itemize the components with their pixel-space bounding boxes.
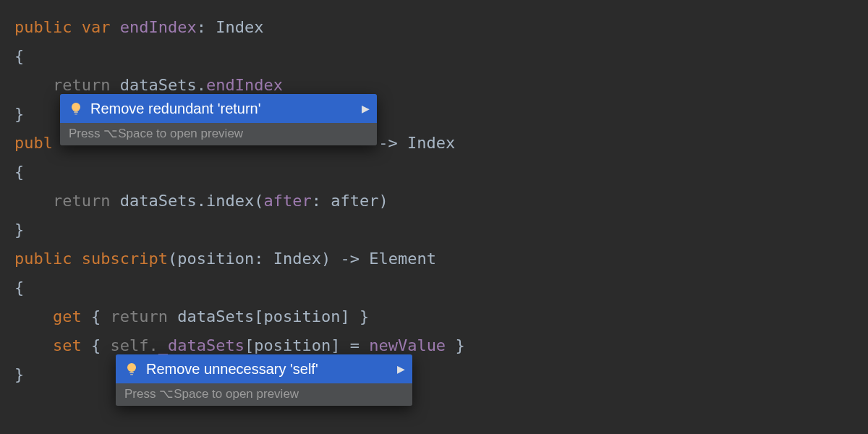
code-line: return dataSets.index(after: after) <box>14 187 854 216</box>
code-line: { <box>14 273 854 302</box>
brace-open: { <box>14 47 24 65</box>
intention-popup[interactable]: Remove redundant 'return' ▶ Press ⌥Space… <box>60 94 377 145</box>
code-line: { <box>14 158 854 187</box>
svg-rect-2 <box>75 114 77 115</box>
property-name: endIndex <box>120 18 197 36</box>
keyword-return: return <box>110 307 167 326</box>
keyword-self: self <box>110 336 148 354</box>
type-ref: Index <box>407 134 455 152</box>
paren-open: ( <box>168 250 177 268</box>
identifier: dataSets <box>177 307 254 326</box>
chevron-right-icon: ▶ <box>362 98 370 119</box>
identifier: dataSets <box>120 76 197 94</box>
brace-close: } <box>14 105 24 123</box>
keyword-subscript: subscript <box>82 250 168 268</box>
brace-open: { <box>14 278 24 297</box>
brace-close: } <box>455 336 464 354</box>
field-ref: _dataSets <box>158 336 244 354</box>
intention-hint: Press ⌥Space to open preview <box>116 383 412 406</box>
intention-action-remove-return[interactable]: Remove redundant 'return' ▶ <box>60 94 377 123</box>
keyword-public: public <box>14 250 72 268</box>
keyword-var: var <box>82 18 111 36</box>
index-param: position <box>254 336 331 354</box>
paren-close: ) <box>378 192 388 210</box>
dot: . <box>197 76 206 94</box>
svg-rect-1 <box>74 111 78 113</box>
equals: = <box>350 336 359 354</box>
chevron-right-icon: ▶ <box>397 359 405 379</box>
brace-close: } <box>14 221 24 239</box>
intention-label: Remove unnecessary 'self' <box>146 359 318 379</box>
intention-popup[interactable]: Remove unnecessary 'self' ▶ Press ⌥Space… <box>116 354 412 406</box>
colon: : <box>197 18 206 36</box>
keyword-public-partial: publ <box>14 134 53 152</box>
dot: . <box>197 192 206 210</box>
colon: : <box>254 250 263 268</box>
keyword-set: set <box>53 336 82 354</box>
paren-open: ( <box>254 192 263 210</box>
lightbulb-icon <box>124 362 139 376</box>
intention-label: Remove redundant 'return' <box>90 98 261 119</box>
svg-point-3 <box>127 363 136 372</box>
brace-close: } <box>14 365 24 383</box>
type-ref: Index <box>273 250 321 268</box>
paren-close: ) <box>321 250 331 268</box>
bracket-close: ] <box>331 336 340 354</box>
arg-label: after <box>263 192 311 210</box>
brace-open: { <box>91 307 101 326</box>
param-name: position <box>177 250 254 268</box>
arrow: -> <box>378 134 398 152</box>
code-line: } <box>14 216 854 244</box>
identifier: dataSets <box>120 192 197 210</box>
brace-open: { <box>14 163 24 181</box>
brace-close: } <box>359 307 369 326</box>
property-ref: endIndex <box>206 76 283 94</box>
brace-open: { <box>91 336 101 354</box>
bracket-open: [ <box>254 307 263 326</box>
colon: : <box>312 192 321 210</box>
code-line: { <box>14 42 854 71</box>
type-ref: Element <box>369 250 436 268</box>
bracket-open: [ <box>244 336 254 354</box>
arg-value: after <box>331 192 378 210</box>
code-line: public var endIndex: Index <box>14 13 854 42</box>
code-editor[interactable]: public var endIndex: Index { return data… <box>0 0 868 402</box>
method-call: index <box>206 192 254 210</box>
keyword-public: public <box>14 18 72 36</box>
arrow: -> <box>340 250 359 268</box>
code-line: public subscript(position: Index) -> Ele… <box>14 244 854 273</box>
svg-rect-5 <box>130 374 133 375</box>
svg-point-0 <box>72 103 80 111</box>
intention-hint: Press ⌥Space to open preview <box>60 123 377 145</box>
keyword-return: return <box>53 192 110 210</box>
dot: . <box>148 336 158 354</box>
lightbulb-icon <box>69 101 83 116</box>
type-ref: Index <box>216 18 263 36</box>
code-line: get { return dataSets[position] } <box>14 302 854 331</box>
newvalue: newValue <box>369 336 446 354</box>
svg-rect-4 <box>129 372 134 373</box>
bracket-close: ] <box>340 307 349 326</box>
keyword-get: get <box>53 307 82 326</box>
index-param: position <box>263 307 340 326</box>
intention-action-remove-self[interactable]: Remove unnecessary 'self' ▶ <box>116 354 412 383</box>
keyword-return: return <box>53 76 110 94</box>
